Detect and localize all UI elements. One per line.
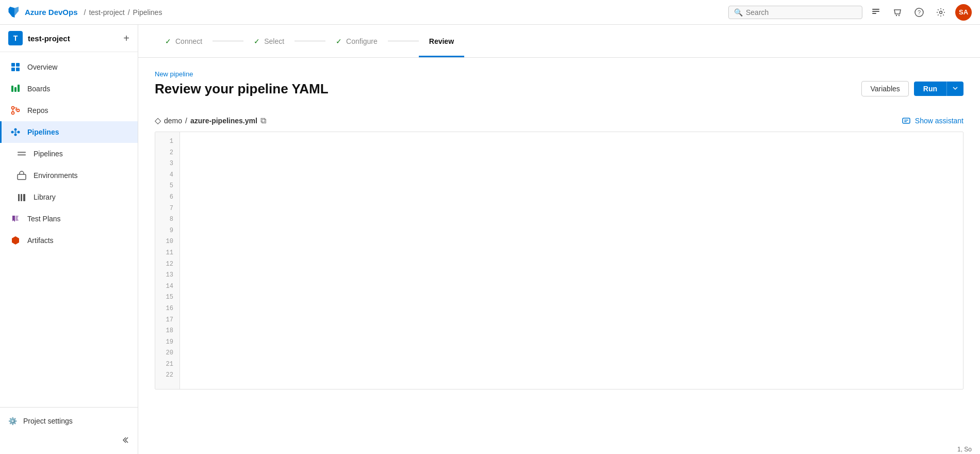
boards-icon	[10, 83, 21, 94]
project-settings-button[interactable]: ⚙️ Project settings	[0, 412, 138, 430]
user-avatar[interactable]: SA	[955, 4, 972, 21]
search-box[interactable]: 🔍	[728, 6, 862, 19]
sidebar-item-label: Artifacts	[27, 236, 54, 245]
svg-rect-24	[18, 174, 26, 180]
svg-rect-2	[872, 13, 876, 14]
line-18: 18	[161, 326, 173, 337]
sidebar-item-artifacts[interactable]: Artifacts	[0, 230, 138, 251]
add-project-button[interactable]: +	[123, 33, 129, 43]
svg-rect-27	[23, 194, 25, 201]
svg-rect-14	[18, 85, 20, 92]
environments-icon	[16, 170, 27, 181]
sidebar-item-label: Boards	[27, 85, 50, 93]
line-11: 11	[161, 248, 173, 259]
content-subtitle: New pipeline	[155, 70, 963, 78]
svg-point-16	[12, 112, 14, 115]
line-8: 8	[161, 214, 173, 225]
library-icon	[16, 191, 27, 203]
pipelines-icon	[10, 126, 21, 138]
line-7: 7	[161, 203, 173, 215]
pipelines-sub-icon	[16, 148, 27, 159]
svg-point-17	[17, 109, 20, 112]
svg-point-15	[12, 107, 14, 109]
sidebar-project: T test-project +	[0, 25, 138, 52]
svg-rect-23	[18, 154, 26, 156]
file-path-repo: demo	[164, 117, 182, 125]
settings-icon[interactable]	[934, 5, 948, 20]
sidebar-collapse-button[interactable]	[0, 430, 138, 450]
svg-rect-9	[16, 63, 20, 67]
svg-rect-26	[21, 194, 22, 201]
sidebar-item-overview[interactable]: Overview	[0, 56, 138, 78]
run-chevron-button[interactable]	[946, 82, 963, 96]
line-16: 16	[161, 303, 173, 315]
copy-icon[interactable]: ⧉	[260, 116, 266, 125]
run-button-group: Run	[914, 82, 963, 96]
overview-icon	[10, 61, 21, 73]
code-editor[interactable]: 1 2 3 4 5 6 7 8 9 10 11 12 13 14 15 16 1	[155, 132, 963, 390]
svg-rect-11	[16, 68, 20, 71]
step-select-check: ✓	[254, 37, 260, 45]
topbar: Azure DevOps / test-project / Pipelines …	[0, 0, 980, 25]
sidebar-item-pipelines[interactable]: Pipelines	[0, 121, 138, 143]
sidebar-item-environments[interactable]: Environments	[0, 165, 138, 186]
file-path-name: azure-pipelines.yml	[190, 117, 257, 125]
status-line: 1, So	[949, 445, 980, 454]
svg-point-3	[896, 14, 897, 15]
breadcrumb-sep1: /	[84, 8, 86, 17]
sidebar-item-boards[interactable]: Boards	[0, 78, 138, 100]
svg-point-4	[899, 14, 900, 15]
line-numbers: 1 2 3 4 5 6 7 8 9 10 11 12 13 14 15 16 1	[155, 132, 180, 389]
step-configure-check: ✓	[336, 37, 342, 45]
step-divider-1	[213, 41, 243, 41]
breadcrumb-project[interactable]: test-project	[89, 8, 124, 17]
svg-rect-13	[14, 87, 17, 92]
sidebar-item-library[interactable]: Library	[0, 186, 138, 208]
project-settings-label: Project settings	[23, 417, 73, 425]
sidebar-item-repos[interactable]: Repos	[0, 100, 138, 121]
show-assistant-button[interactable]: Show assistant	[902, 116, 963, 125]
variables-button[interactable]: Variables	[861, 81, 908, 96]
artifacts-icon	[10, 235, 21, 246]
line-3: 3	[161, 158, 173, 170]
file-path: ◇ demo / azure-pipelines.yml ⧉	[155, 116, 266, 125]
line-13: 13	[161, 270, 173, 281]
help-icon[interactable]: ?	[912, 5, 926, 20]
line-22: 22	[161, 370, 173, 381]
step-divider-2	[295, 41, 325, 41]
sidebar-item-label: Repos	[27, 106, 48, 115]
code-content[interactable]	[180, 132, 963, 389]
step-configure[interactable]: ✓ Configure	[325, 25, 388, 57]
svg-rect-10	[11, 68, 15, 71]
svg-rect-1	[872, 11, 879, 12]
svg-rect-0	[872, 9, 879, 10]
content-toolbar: Variables Run	[861, 81, 963, 96]
step-select[interactable]: ✓ Select	[243, 25, 295, 57]
content-area: New pipeline Review your pipeline YAML V…	[138, 58, 980, 454]
line-5: 5	[161, 181, 173, 192]
topbar-icons: ? SA	[869, 4, 972, 21]
search-input[interactable]	[746, 8, 857, 17]
run-button[interactable]: Run	[914, 82, 946, 96]
svg-point-19	[14, 128, 17, 131]
breadcrumb: / test-project / Pipelines	[84, 8, 162, 17]
azure-devops-logo-icon	[8, 6, 21, 19]
step-review-label: Review	[429, 37, 454, 45]
line-14: 14	[161, 281, 173, 293]
step-connect-check: ✓	[165, 37, 171, 45]
settings-gear-icon: ⚙️	[8, 417, 17, 425]
svg-rect-25	[18, 194, 20, 201]
line-9: 9	[161, 225, 173, 237]
sidebar-item-label: Pipelines	[27, 128, 59, 136]
notifications-icon[interactable]	[869, 5, 883, 20]
search-icon: 🔍	[734, 8, 743, 17]
sidebar-item-label: Pipelines	[34, 150, 63, 158]
basket-icon[interactable]	[890, 5, 905, 20]
sidebar-item-pipelines-sub[interactable]: Pipelines	[0, 143, 138, 165]
sidebar-item-testplans[interactable]: Test Plans	[0, 208, 138, 230]
step-configure-label: Configure	[346, 37, 378, 45]
app-logo[interactable]: Azure DevOps	[8, 6, 78, 19]
step-review[interactable]: Review	[419, 25, 464, 57]
svg-rect-8	[11, 63, 15, 67]
step-connect[interactable]: ✓ Connect	[155, 25, 213, 57]
